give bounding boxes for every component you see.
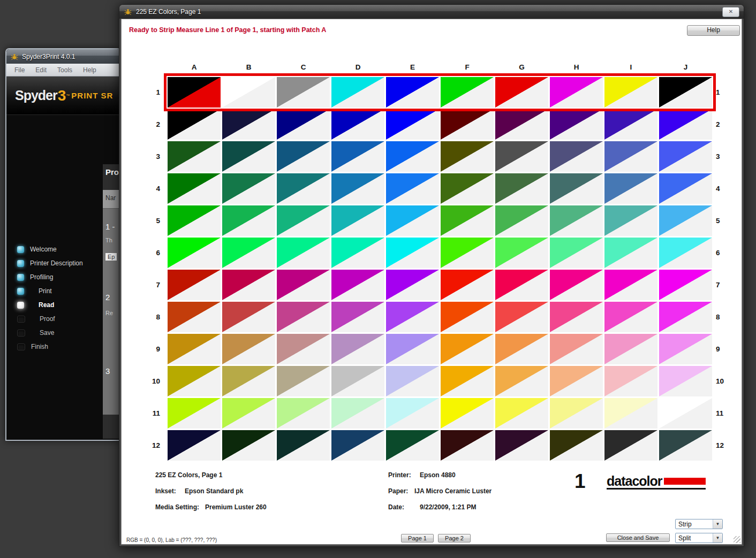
panel-step1-chip-fragment: Ep xyxy=(105,253,117,261)
patch-row-2 xyxy=(168,109,712,140)
split-dropdown-value: Split xyxy=(676,534,713,542)
patch-J11 xyxy=(659,398,712,429)
patch-F11 xyxy=(441,398,494,429)
sidebar-item-finish[interactable]: Finish xyxy=(6,340,102,354)
patch-J1 xyxy=(659,77,712,108)
patch-C12 xyxy=(277,430,330,461)
patch-I4 xyxy=(604,173,657,204)
patch-B12 xyxy=(222,430,275,461)
patch-E8 xyxy=(386,302,439,332)
patch-D3 xyxy=(331,141,384,172)
sidebar-item-label: Save xyxy=(40,329,54,337)
split-dropdown[interactable]: Split ▼ xyxy=(675,533,723,543)
row-number-3: 3 xyxy=(144,141,160,172)
paper-value: IJA Micro Ceramic Luster xyxy=(414,487,492,495)
patch-row-7 xyxy=(168,270,712,300)
patch-F10 xyxy=(441,366,494,396)
page1-button[interactable]: Page 1 xyxy=(401,534,434,542)
patch-row-10 xyxy=(168,366,712,396)
menubar: FileEditToolsHelp xyxy=(6,64,120,77)
logo-digit: 3 xyxy=(58,87,66,104)
patch-B10 xyxy=(222,366,275,396)
panel-step2-text-fragment: Re xyxy=(105,310,113,316)
patch-G5 xyxy=(495,205,548,236)
rgb-lab-readout: RGB = (0, 0, 0), Lab = (???, ???, ???) xyxy=(126,537,217,543)
sidebar-item-read[interactable]: Read xyxy=(6,298,102,312)
sidebar-item-welcome[interactable]: Welcome xyxy=(6,242,102,256)
patch-I1 xyxy=(604,77,657,108)
strip-dropdown-value: Strip xyxy=(676,521,713,528)
patch-B7 xyxy=(222,270,275,300)
patch-row-9 xyxy=(168,334,712,364)
spyder-dialog-icon xyxy=(124,8,132,16)
step-status-icon xyxy=(17,246,24,253)
close-icon[interactable]: ✕ xyxy=(722,7,739,17)
row-number-9: 9 xyxy=(144,334,160,364)
patch-J6 xyxy=(659,238,712,268)
step-status-icon xyxy=(17,260,24,267)
patch-G7 xyxy=(495,270,548,300)
sidebar-item-printer-description[interactable]: Printer Description xyxy=(6,256,102,270)
menu-item-help[interactable]: Help xyxy=(78,65,101,75)
help-button[interactable]: Help xyxy=(687,25,740,36)
page2-button[interactable]: Page 2 xyxy=(438,534,471,542)
patch-I10 xyxy=(604,366,657,396)
step-status-icon xyxy=(17,330,25,337)
patch-J10 xyxy=(659,366,712,396)
dialog-titlebar[interactable]: 225 EZ Colors, Page 1 ✕ xyxy=(119,5,744,19)
sidebar-item-profiling[interactable]: Profiling xyxy=(6,270,102,284)
chevron-down-icon[interactable]: ▼ xyxy=(713,519,722,529)
step-status-icon xyxy=(17,316,25,323)
sidebar-item-save[interactable]: Save xyxy=(6,326,102,340)
step-status-icon xyxy=(17,274,24,281)
patch-row-5 xyxy=(168,205,712,236)
close-and-save-button[interactable]: Close and Save xyxy=(606,533,670,542)
patch-B6 xyxy=(222,238,275,268)
sidebar-item-print[interactable]: Print xyxy=(6,284,102,298)
ez-colors-dialog: 225 EZ Colors, Page 1 ✕ Ready to Strip M… xyxy=(119,4,744,547)
strip-dropdown[interactable]: Strip ▼ xyxy=(675,519,723,529)
row-number-2: 2 xyxy=(716,109,732,140)
patch-A10 xyxy=(168,366,221,396)
patch-H11 xyxy=(550,398,603,429)
patch-J7 xyxy=(659,270,712,300)
step-status-icon xyxy=(17,343,25,350)
patch-G11 xyxy=(495,398,548,429)
patch-A11 xyxy=(168,398,221,429)
patch-I5 xyxy=(604,205,657,236)
row-number-5: 5 xyxy=(716,205,732,236)
patch-J8 xyxy=(659,302,712,332)
column-letter-D: D xyxy=(331,63,384,71)
patch-G6 xyxy=(495,238,548,268)
row-number-12: 12 xyxy=(716,430,732,461)
sidebar-item-proof[interactable]: Proof xyxy=(6,312,102,326)
patch-A3 xyxy=(168,141,221,172)
patch-G10 xyxy=(495,366,548,396)
menu-item-edit[interactable]: Edit xyxy=(31,65,51,75)
patch-C8 xyxy=(277,302,330,332)
patch-H10 xyxy=(550,366,603,396)
step-status-icon xyxy=(17,302,24,309)
patch-G3 xyxy=(495,141,548,172)
patch-D9 xyxy=(331,334,384,364)
column-letter-B: B xyxy=(222,63,275,71)
panel-step2-fragment: 2 xyxy=(105,293,110,302)
row-number-7: 7 xyxy=(716,270,732,300)
row-number-11: 11 xyxy=(144,398,160,429)
spyder3print-titlebar[interactable]: Spyder3Print 4.0.1 xyxy=(6,49,120,64)
menu-item-file[interactable]: File xyxy=(10,65,29,75)
wizard-step-list: WelcomePrinter DescriptionProfilingPrint… xyxy=(6,242,102,354)
patch-D2 xyxy=(331,109,384,140)
menu-item-tools[interactable]: Tools xyxy=(52,65,77,75)
patch-H3 xyxy=(550,141,603,172)
patch-D6 xyxy=(331,238,384,268)
patch-E3 xyxy=(386,141,439,172)
patch-I8 xyxy=(604,302,657,332)
patch-C5 xyxy=(277,205,330,236)
patch-J9 xyxy=(659,334,712,364)
sidebar-item-label: Profiling xyxy=(30,273,53,281)
patch-A6 xyxy=(168,238,221,268)
chevron-down-icon[interactable]: ▼ xyxy=(713,533,722,542)
patch-I11 xyxy=(604,398,657,429)
resize-grip[interactable] xyxy=(734,536,740,543)
